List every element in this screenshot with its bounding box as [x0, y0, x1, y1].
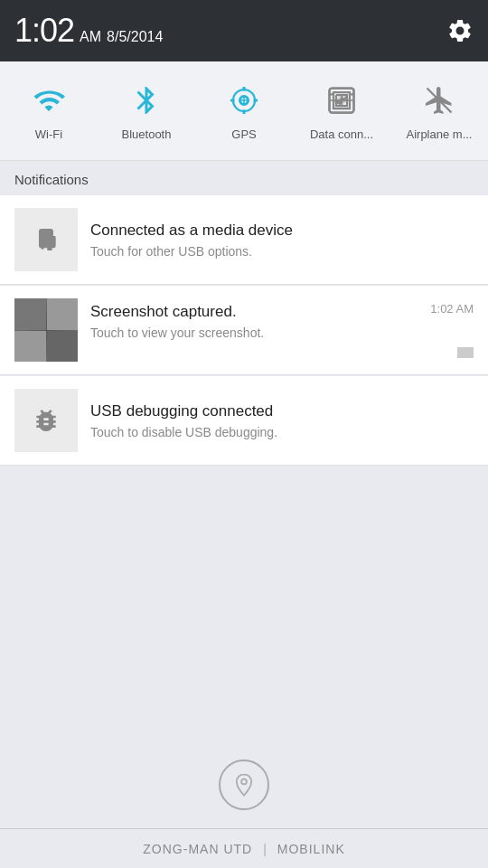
clear-all-circle[interactable]: [219, 760, 269, 810]
gps-icon: [224, 80, 264, 120]
airplane-mode-label: Airplane m...: [394, 127, 484, 141]
carrier-left: ZONG-MAN UTD: [143, 842, 252, 856]
screenshot-title: Screenshot captured.: [90, 302, 237, 322]
status-time-group: 1:02 AM 8/5/2014: [14, 12, 163, 50]
notification-usb-debug[interactable]: USB debugging connected Touch to disable…: [0, 376, 488, 466]
clock-ampm: AM: [80, 29, 101, 45]
toggle-bluetooth[interactable]: Bluetooth: [101, 80, 192, 141]
data-connection-icon: [322, 80, 361, 120]
wifi-label: Wi-Fi: [4, 127, 94, 141]
bottom-area: ZONG-MAN UTD | MOBILINK: [0, 741, 488, 868]
quick-toggles-panel: Wi-Fi Bluetooth GPS: [0, 61, 488, 161]
screenshot-time: 1:02 AM: [430, 302, 474, 316]
screenshot-subtitle: Touch to view your screenshot.: [90, 326, 474, 340]
notifications-header: Notifications: [0, 161, 488, 195]
debug-icon: [32, 406, 61, 435]
usb-media-icon-wrap: [14, 208, 78, 271]
bluetooth-icon: [127, 80, 166, 120]
notification-screenshot[interactable]: Screenshot captured. 1:02 AM Touch to vi…: [0, 286, 488, 375]
airplane-mode-icon: [419, 80, 459, 120]
usb-debug-subtitle: Touch to disable USB debugging.: [90, 425, 474, 439]
carrier-divider: |: [263, 842, 267, 856]
notification-usb-media[interactable]: Connected as a media device Touch for ot…: [0, 195, 488, 285]
carrier-right: MOBILINK: [277, 842, 345, 856]
screenshot-thumbnail: [14, 298, 78, 362]
toggle-airplane[interactable]: Airplane m...: [394, 80, 484, 141]
expand-icon[interactable]: [457, 347, 474, 358]
gps-label: GPS: [199, 127, 289, 141]
settings-icon[interactable]: [446, 17, 474, 44]
clear-all-icon: [231, 772, 257, 797]
usb-icon: [32, 225, 61, 254]
data-connection-label: Data conn...: [296, 127, 387, 141]
bluetooth-label: Bluetooth: [101, 127, 192, 141]
carrier-bar: ZONG-MAN UTD | MOBILINK: [0, 828, 488, 868]
usb-media-title: Connected as a media device: [90, 221, 293, 241]
clock-time: 1:02: [14, 12, 74, 50]
toggle-gps[interactable]: GPS: [199, 80, 289, 141]
usb-debug-title: USB debugging connected: [90, 401, 273, 421]
wifi-icon: [29, 80, 69, 120]
usb-media-content: Connected as a media device Touch for ot…: [90, 221, 474, 258]
usb-debug-icon-wrap: [14, 389, 78, 452]
clear-all-button[interactable]: [0, 741, 488, 828]
notifications-title: Notifications: [14, 172, 89, 187]
toggle-wifi[interactable]: Wi-Fi: [4, 80, 94, 141]
screenshot-content: Screenshot captured. 1:02 AM Touch to vi…: [90, 302, 474, 357]
usb-debug-content: USB debugging connected Touch to disable…: [90, 401, 474, 439]
status-bar: 1:02 AM 8/5/2014: [0, 0, 488, 61]
status-date: 8/5/2014: [107, 29, 163, 45]
toggle-data[interactable]: Data conn...: [296, 80, 387, 141]
usb-media-subtitle: Touch for other USB options.: [90, 244, 474, 259]
